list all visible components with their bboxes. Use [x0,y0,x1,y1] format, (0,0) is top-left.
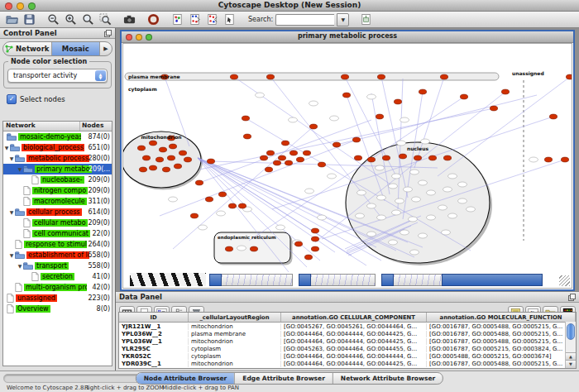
scroll-down-icon[interactable]: ▼ [566,360,576,368]
network-node[interactable] [243,134,251,139]
table-row[interactable]: YKR052Ccytoplasm[GO:0044464, GO:0044446,… [119,353,576,361]
zoom-in-button[interactable] [62,12,79,27]
network-node[interactable] [184,157,191,162]
network-node[interactable] [205,197,213,202]
network-node[interactable] [265,167,272,172]
tree-row-biological-process[interactable]: ▼biological_process651(0) [3,142,112,153]
network-node[interactable] [159,147,166,152]
expander-icon[interactable]: ▼ [8,209,15,215]
zoom-selected-button[interactable] [97,12,113,27]
network-node[interactable] [296,157,304,162]
network-node[interactable] [428,155,436,160]
minimized-window-titlebar[interactable] [442,274,543,286]
network-node[interactable] [309,124,317,129]
network-node[interactable] [333,142,340,147]
tree-row-secretion[interactable]: secretion41(0) [3,271,112,282]
network-node[interactable] [167,155,175,160]
network-node[interactable] [561,157,568,162]
network-node[interactable] [278,155,285,160]
network-node[interactable] [311,237,318,241]
scrollbar-thumb[interactable] [567,323,575,340]
network-node[interactable] [311,246,318,251]
tree-row-transport[interactable]: ▼transport558(0) [3,261,112,271]
network-node[interactable] [382,155,390,160]
network-node[interactable] [352,137,360,142]
column-header[interactable]: ID [119,313,189,322]
network-node[interactable] [566,74,572,79]
copy-layout-down-button[interactable] [186,12,203,27]
network-node[interactable] [142,155,150,160]
more-tabs-button[interactable]: ▶ [100,42,112,55]
expander-icon[interactable]: ▼ [8,155,15,161]
tree-row-mosaic-demo-yeast[interactable]: mosaic-demo-yeast874(0) [3,131,112,142]
network-node[interactable] [460,94,467,99]
tab-network[interactable]: Network [3,42,52,55]
select-nodes-checkbox[interactable]: ✓ [7,94,17,104]
tree-row-multi-organism-pro[interactable]: multi-organism pro42(0) [3,282,112,293]
network-node[interactable] [285,160,292,165]
network-node[interactable] [294,241,302,246]
network-node[interactable] [544,157,552,162]
table-row[interactable]: YLR295Ccytoplasm[GO:0045263, GO:0044464,… [119,346,576,353]
column-header[interactable]: _cellularLayoutRegion [189,313,281,322]
network-node[interactable] [414,155,421,160]
node-color-dropdown[interactable]: transporter activity ▲▼ [7,69,108,83]
tree-row-unassigned[interactable]: unassigned223(0) [3,293,112,304]
float-panel-icon[interactable] [568,294,576,301]
zoom-fit-button[interactable] [79,12,96,27]
network-node[interactable] [174,164,181,169]
network-node[interactable] [195,180,203,185]
network-node[interactable] [207,159,214,164]
network-node[interactable] [218,192,226,197]
tree-row-cellular-process[interactable]: ▼cellular process614(0) [3,207,112,218]
annotation-button[interactable] [221,12,237,27]
expander-icon[interactable]: ▼ [3,145,10,151]
network-node[interactable] [149,165,156,170]
network-window-title-bar[interactable]: primary metabolic process [122,31,573,43]
network-node[interactable] [440,74,447,79]
search-input[interactable] [275,14,334,26]
search-options-dropdown[interactable]: ▼ [337,13,349,26]
network-node[interactable] [367,157,375,162]
network-node[interactable] [318,162,325,167]
expander-icon[interactable]: ▼ [17,166,23,172]
network-node[interactable] [304,255,312,260]
table-row[interactable]: YJR121W__1mitochondrion[GO:0045267, GO:0… [119,323,576,330]
network-node[interactable] [290,151,297,155]
minimized-window-fragment[interactable] [299,274,376,286]
network-node[interactable] [149,141,156,146]
network-node[interactable] [419,89,426,94]
tab-network-attribute-browser[interactable]: Network Attribute Browser [333,373,443,384]
minimized-window-thumbnail[interactable] [130,273,206,286]
network-node[interactable] [250,246,257,251]
network-node[interactable] [376,114,383,119]
network-node[interactable] [162,167,170,172]
tree-row-overview[interactable]: Overview8(0) [3,304,112,314]
network-node[interactable] [377,74,385,79]
network-node[interactable] [281,141,289,146]
tree-row-response-to-stimulu[interactable]: response to stimulu264(0) [3,239,112,250]
network-node[interactable] [311,228,318,233]
help-lifering-button[interactable] [145,12,161,27]
network-node[interactable] [490,106,497,111]
minimized-window-fragment[interactable] [209,274,293,286]
network-node[interactable] [260,155,267,160]
table-row[interactable]: YPL036W__2plasma membrane[GO:0044464, GO… [119,330,576,337]
tree-row-primary-metabo[interactable]: ▼primary metabo209(... [3,164,112,174]
network-node[interactable] [303,151,310,155]
resize-grip[interactable] [559,275,570,286]
network-node[interactable] [228,203,236,208]
column-header[interactable]: annotation.GO CELLULAR_COMPONENT [281,313,427,322]
network-node[interactable] [342,93,350,98]
tree-row-nitrogen-compo[interactable]: nitrogen compo209(0) [3,185,112,196]
network-node[interactable] [242,116,249,121]
network-node[interactable] [230,74,237,79]
network-node[interactable] [139,167,146,172]
network-node[interactable] [225,246,232,251]
open-session-button[interactable] [3,12,20,27]
network-node[interactable] [190,213,198,218]
tree-row-macromolecule[interactable]: macromolecule311(0) [3,196,112,207]
import-network-button[interactable] [357,12,374,27]
network-node[interactable] [354,155,361,160]
network-canvas[interactable]: plasma membranecytoplasmmitochondrionnuc… [122,43,572,289]
